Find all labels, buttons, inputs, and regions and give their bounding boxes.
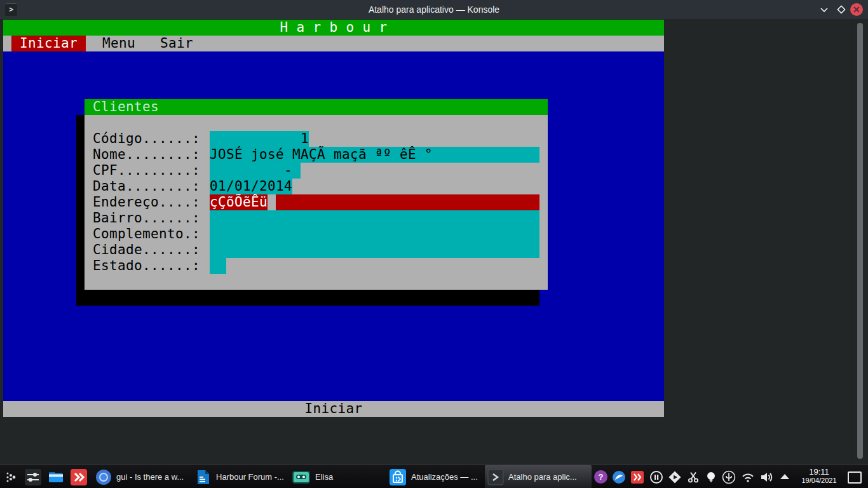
complemento-input[interactable] [210, 226, 539, 242]
field-label-endereco: Endereço....: [93, 194, 200, 210]
kdeconnect-tray-icon[interactable] [668, 470, 682, 487]
chromium-icon [95, 469, 112, 485]
field-label-cidade: Cidade......: [93, 242, 200, 258]
status-bar: Iniciar [3, 401, 664, 417]
screen: > Atalho para aplicativo — Konsole H a r… [0, 0, 868, 488]
system-settings-launcher[interactable] [24, 465, 42, 488]
clock-time: 19:11 [793, 467, 845, 477]
window-title: Atalho para aplicativo — Konsole [0, 0, 868, 19]
red-app-tray-icon[interactable] [630, 470, 644, 487]
usb-device-tray-icon[interactable] [722, 470, 736, 487]
wifi-tray-icon[interactable] [740, 470, 756, 487]
minimize-button[interactable] [817, 3, 831, 17]
field-label-complemento: Complemento.: [93, 226, 200, 242]
chevron-up-icon [780, 474, 789, 479]
endereco-input[interactable]: çÇõÕẽÊü [210, 194, 539, 210]
task-discover-updates[interactable]: Atualizações — ... [386, 465, 480, 488]
task-label: Atalho para aplic... [508, 472, 577, 482]
cpf-input[interactable]: - [210, 163, 301, 179]
scrollbar-track [851, 19, 852, 464]
task-label: Harbour Forum -... [216, 472, 284, 482]
task-chromium[interactable]: gui - Is there a w... [93, 465, 186, 488]
estado-input[interactable] [210, 258, 226, 274]
close-button[interactable] [850, 3, 863, 16]
codigo-input[interactable]: 1 [210, 131, 309, 147]
volume-tray-icon[interactable] [759, 470, 775, 487]
file-manager-launcher[interactable] [47, 465, 65, 488]
nome-input[interactable]: JOSÉ josé MAÇÃ maçã ªº êÊ ° [210, 147, 539, 163]
idea-bulb-tray-icon[interactable] [704, 470, 718, 487]
media-pause-tray-icon[interactable] [649, 470, 663, 487]
task-label: gui - Is there a w... [116, 472, 184, 482]
field-label-data: Data........: [93, 179, 200, 194]
konsole-icon [487, 469, 504, 485]
maximize-button[interactable] [834, 3, 848, 17]
show-desktop-button[interactable] [848, 471, 862, 484]
help-tray-icon[interactable]: ? [594, 470, 607, 484]
field-label-estado: Estado......: [93, 258, 200, 274]
sliders-icon [24, 468, 42, 486]
cidade-input[interactable] [210, 242, 539, 258]
task-label: Atualizações — ... [411, 472, 478, 482]
scrollbar-thumb[interactable] [857, 23, 863, 459]
menu-item-iniciar[interactable]: Iniciar [11, 36, 86, 51]
app-title-banner: H a r b o u r [3, 20, 664, 36]
discover-bag-icon [389, 468, 407, 486]
app-launcher-button[interactable] [5, 465, 19, 488]
red-chevrons-icon [70, 468, 88, 486]
task-elisa[interactable]: Elisa [289, 465, 336, 488]
menu-item-menu[interactable]: Menu [102, 36, 135, 51]
red-app-launcher[interactable] [70, 465, 88, 488]
expand-tray-button[interactable] [780, 474, 789, 479]
terminal-viewport: H a r b o u r Iniciar Menu Sair Clientes… [0, 19, 868, 464]
data-input[interactable]: 01/01/2014 [210, 179, 292, 194]
bairro-input[interactable] [210, 210, 539, 226]
menu-bar: Iniciar Menu Sair [3, 36, 664, 51]
cassette-icon [292, 469, 311, 485]
task-harbour-forum[interactable]: Harbour Forum -... [193, 465, 287, 488]
text-cursor [268, 194, 276, 210]
field-label-nome: Nome........: [93, 147, 200, 163]
task-atalho-konsole[interactable]: Atalho para aplic... [485, 465, 592, 488]
clock-widget[interactable]: 19:11 19/04/2021 [793, 465, 845, 488]
field-label-bairro: Bairro......: [93, 210, 200, 226]
writer-document-icon [195, 469, 212, 485]
task-label: Elisa [315, 472, 333, 482]
folder-icon [47, 468, 65, 486]
field-label-codigo: Código......: [93, 131, 200, 147]
window-titlebar[interactable]: > Atalho para aplicativo — Konsole [0, 0, 868, 20]
clock-date: 19/04/2021 [793, 477, 845, 485]
taskbar: gui - Is there a w... Harbour Forum -...… [0, 464, 868, 488]
clipboard-scissors-tray-icon[interactable] [686, 470, 700, 487]
field-label-cpf: CPF.........: [93, 163, 200, 179]
menu-item-sair[interactable]: Sair [160, 36, 193, 51]
kde-launcher-icon [5, 470, 19, 484]
messenger-tray-icon[interactable] [612, 470, 626, 487]
dialog-titlebar: Clientes [85, 99, 548, 115]
